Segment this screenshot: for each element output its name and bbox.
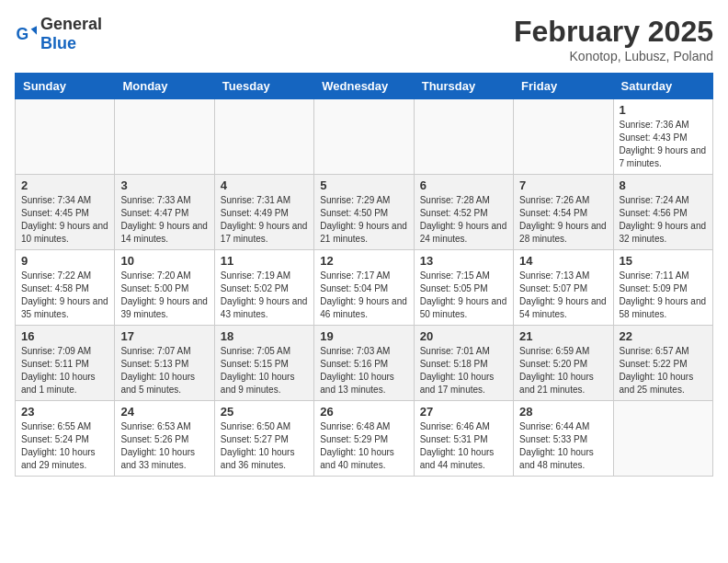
logo-general: General xyxy=(40,15,102,33)
calendar-cell: 5Sunrise: 7:29 AM Sunset: 4:50 PM Daylig… xyxy=(314,175,414,250)
day-info: Sunrise: 7:11 AM Sunset: 5:09 PM Dayligh… xyxy=(620,270,707,321)
day-number: 18 xyxy=(221,329,308,343)
day-number: 10 xyxy=(120,254,208,268)
day-number: 11 xyxy=(221,254,308,268)
calendar-week-row: 1Sunrise: 7:36 AM Sunset: 4:43 PM Daylig… xyxy=(16,99,713,175)
calendar-header-row: SundayMondayTuesdayWednesdayThursdayFrid… xyxy=(16,74,713,99)
day-number: 28 xyxy=(519,405,607,419)
day-number: 6 xyxy=(420,178,507,192)
day-number: 22 xyxy=(620,329,707,343)
calendar-cell: 12Sunrise: 7:17 AM Sunset: 5:04 PM Dayli… xyxy=(314,250,414,326)
calendar-cell: 18Sunrise: 7:05 AM Sunset: 5:15 PM Dayli… xyxy=(214,326,313,401)
day-number: 3 xyxy=(120,178,208,192)
calendar-week-row: 9Sunrise: 7:22 AM Sunset: 4:58 PM Daylig… xyxy=(16,250,713,326)
calendar-cell: 26Sunrise: 6:48 AM Sunset: 5:29 PM Dayli… xyxy=(314,401,414,477)
day-info: Sunrise: 7:15 AM Sunset: 5:05 PM Dayligh… xyxy=(420,270,507,321)
calendar-cell: 6Sunrise: 7:28 AM Sunset: 4:52 PM Daylig… xyxy=(414,175,513,250)
calendar-cell: 27Sunrise: 6:46 AM Sunset: 5:31 PM Dayli… xyxy=(414,401,513,477)
weekday-header-friday: Friday xyxy=(514,74,613,99)
month-year-title: February 2025 xyxy=(514,15,713,49)
calendar-week-row: 16Sunrise: 7:09 AM Sunset: 5:11 PM Dayli… xyxy=(16,326,713,401)
weekday-header-wednesday: Wednesday xyxy=(314,74,414,99)
calendar-cell: 8Sunrise: 7:24 AM Sunset: 4:56 PM Daylig… xyxy=(613,175,712,250)
calendar-cell: 20Sunrise: 7:01 AM Sunset: 5:18 PM Dayli… xyxy=(414,326,513,401)
day-number: 26 xyxy=(320,405,407,419)
weekday-header-monday: Monday xyxy=(115,74,214,99)
calendar-cell xyxy=(16,99,115,175)
calendar-cell: 16Sunrise: 7:09 AM Sunset: 5:11 PM Dayli… xyxy=(16,326,115,401)
day-info: Sunrise: 6:53 AM Sunset: 5:26 PM Dayligh… xyxy=(120,420,208,472)
day-info: Sunrise: 7:22 AM Sunset: 4:58 PM Dayligh… xyxy=(21,270,108,321)
page-header: G General Blue February 2025 Konotop, Lu… xyxy=(15,15,713,63)
logo-icon: G xyxy=(15,23,37,45)
calendar-cell: 14Sunrise: 7:13 AM Sunset: 5:07 PM Dayli… xyxy=(514,250,613,326)
day-number: 2 xyxy=(21,178,108,192)
calendar-table: SundayMondayTuesdayWednesdayThursdayFrid… xyxy=(15,73,713,477)
calendar-cell: 9Sunrise: 7:22 AM Sunset: 4:58 PM Daylig… xyxy=(16,250,115,326)
day-info: Sunrise: 6:50 AM Sunset: 5:27 PM Dayligh… xyxy=(221,420,308,472)
day-number: 8 xyxy=(620,178,707,192)
calendar-cell: 28Sunrise: 6:44 AM Sunset: 5:33 PM Dayli… xyxy=(514,401,613,477)
calendar-cell: 4Sunrise: 7:31 AM Sunset: 4:49 PM Daylig… xyxy=(214,175,313,250)
day-number: 25 xyxy=(221,405,308,419)
weekday-header-tuesday: Tuesday xyxy=(214,74,313,99)
calendar-cell: 17Sunrise: 7:07 AM Sunset: 5:13 PM Dayli… xyxy=(115,326,214,401)
day-number: 9 xyxy=(21,254,108,268)
logo-blue: Blue xyxy=(40,34,76,52)
calendar-cell: 25Sunrise: 6:50 AM Sunset: 5:27 PM Dayli… xyxy=(214,401,313,477)
calendar-cell xyxy=(514,99,613,175)
calendar-cell: 22Sunrise: 6:57 AM Sunset: 5:22 PM Dayli… xyxy=(613,326,712,401)
calendar-cell: 3Sunrise: 7:33 AM Sunset: 4:47 PM Daylig… xyxy=(115,175,214,250)
day-info: Sunrise: 7:29 AM Sunset: 4:50 PM Dayligh… xyxy=(320,194,407,246)
day-number: 7 xyxy=(519,178,607,192)
weekday-header-thursday: Thursday xyxy=(414,74,513,99)
day-number: 15 xyxy=(620,254,707,268)
calendar-cell: 11Sunrise: 7:19 AM Sunset: 5:02 PM Dayli… xyxy=(214,250,313,326)
location-subtitle: Konotop, Lubusz, Poland xyxy=(514,49,713,63)
day-info: Sunrise: 6:48 AM Sunset: 5:29 PM Dayligh… xyxy=(320,420,407,472)
day-number: 16 xyxy=(21,329,108,343)
day-info: Sunrise: 7:05 AM Sunset: 5:15 PM Dayligh… xyxy=(221,345,308,396)
day-info: Sunrise: 7:28 AM Sunset: 4:52 PM Dayligh… xyxy=(420,194,507,246)
day-info: Sunrise: 6:59 AM Sunset: 5:20 PM Dayligh… xyxy=(519,345,607,396)
day-info: Sunrise: 7:13 AM Sunset: 5:07 PM Dayligh… xyxy=(519,270,607,321)
calendar-week-row: 23Sunrise: 6:55 AM Sunset: 5:24 PM Dayli… xyxy=(16,401,713,477)
day-number: 12 xyxy=(320,254,407,268)
calendar-cell xyxy=(214,99,313,175)
calendar-cell xyxy=(115,99,214,175)
day-info: Sunrise: 7:33 AM Sunset: 4:47 PM Dayligh… xyxy=(120,194,208,246)
day-number: 21 xyxy=(519,329,607,343)
calendar-week-row: 2Sunrise: 7:34 AM Sunset: 4:45 PM Daylig… xyxy=(16,175,713,250)
calendar-cell: 13Sunrise: 7:15 AM Sunset: 5:05 PM Dayli… xyxy=(414,250,513,326)
day-info: Sunrise: 7:07 AM Sunset: 5:13 PM Dayligh… xyxy=(120,345,208,396)
calendar-cell: 21Sunrise: 6:59 AM Sunset: 5:20 PM Dayli… xyxy=(514,326,613,401)
day-info: Sunrise: 7:26 AM Sunset: 4:54 PM Dayligh… xyxy=(519,194,607,246)
day-info: Sunrise: 7:20 AM Sunset: 5:00 PM Dayligh… xyxy=(120,270,208,321)
svg-marker-1 xyxy=(31,26,37,35)
day-number: 13 xyxy=(420,254,507,268)
day-info: Sunrise: 6:55 AM Sunset: 5:24 PM Dayligh… xyxy=(21,420,108,472)
calendar-cell: 7Sunrise: 7:26 AM Sunset: 4:54 PM Daylig… xyxy=(514,175,613,250)
day-info: Sunrise: 7:36 AM Sunset: 4:43 PM Dayligh… xyxy=(620,119,707,170)
day-number: 24 xyxy=(120,405,208,419)
calendar-cell xyxy=(314,99,414,175)
calendar-cell: 24Sunrise: 6:53 AM Sunset: 5:26 PM Dayli… xyxy=(115,401,214,477)
day-number: 5 xyxy=(320,178,407,192)
calendar-cell: 19Sunrise: 7:03 AM Sunset: 5:16 PM Dayli… xyxy=(314,326,414,401)
calendar-cell: 1Sunrise: 7:36 AM Sunset: 4:43 PM Daylig… xyxy=(613,99,712,175)
day-info: Sunrise: 7:31 AM Sunset: 4:49 PM Dayligh… xyxy=(221,194,308,246)
day-number: 14 xyxy=(519,254,607,268)
day-number: 19 xyxy=(320,329,407,343)
calendar-cell xyxy=(414,99,513,175)
day-info: Sunrise: 7:09 AM Sunset: 5:11 PM Dayligh… xyxy=(21,345,108,396)
calendar-cell: 2Sunrise: 7:34 AM Sunset: 4:45 PM Daylig… xyxy=(16,175,115,250)
day-number: 17 xyxy=(120,329,208,343)
day-number: 23 xyxy=(21,405,108,419)
svg-text:G: G xyxy=(17,25,29,43)
day-number: 27 xyxy=(420,405,507,419)
day-number: 20 xyxy=(420,329,507,343)
title-block: February 2025 Konotop, Lubusz, Poland xyxy=(514,15,713,63)
calendar-cell: 10Sunrise: 7:20 AM Sunset: 5:00 PM Dayli… xyxy=(115,250,214,326)
day-info: Sunrise: 7:19 AM Sunset: 5:02 PM Dayligh… xyxy=(221,270,308,321)
calendar-cell: 23Sunrise: 6:55 AM Sunset: 5:24 PM Dayli… xyxy=(16,401,115,477)
